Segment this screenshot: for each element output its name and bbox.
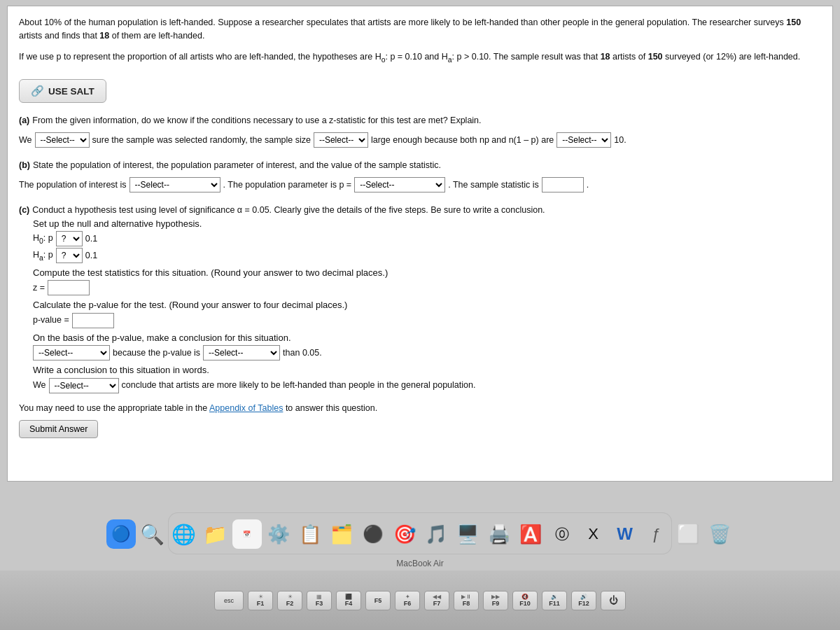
intro-paragraph2: If we use p to represent the proportion …: [19, 50, 821, 66]
section-a-label: (a): [19, 113, 29, 129]
keyboard: esc ☀ F1 ☀ F2 ▦ F3 ⬛ F4 F5 ✦ F6 ◀◀ F7: [0, 570, 840, 630]
appendix-text2: to answer this question.: [286, 403, 377, 413]
section-a: (a) From the given information, do we kn…: [19, 113, 821, 148]
z-input[interactable]: [48, 280, 90, 295]
dock-item-app6[interactable]: 🎵: [421, 519, 451, 549]
section-b: (b) State the population of interest, th…: [19, 158, 821, 192]
dock-item-search[interactable]: 🔍: [138, 519, 167, 549]
section-b-label: (b): [19, 158, 30, 174]
conclusion-section: On the basis of the p-value, make a conc…: [33, 332, 821, 361]
key-f3[interactable]: ▦ F3: [307, 591, 332, 610]
ha-operator-select[interactable]: ? = > < ≥ ≤: [56, 248, 83, 263]
section-b-question: (b) State the population of interest, th…: [19, 158, 821, 174]
dock-item-chrome[interactable]: 🌐: [169, 519, 199, 549]
dock-item-app10[interactable]: ⓪: [547, 519, 577, 549]
dock-item-app7[interactable]: 🖥️: [453, 519, 482, 549]
key-f8[interactable]: ▶⏸ F8: [454, 591, 479, 610]
dock-item-folder[interactable]: 📁: [201, 519, 230, 549]
section-a-question: (a) From the given information, do we kn…: [19, 113, 821, 129]
dock-item-app11[interactable]: X: [579, 519, 608, 549]
write-conclusion-section: Write a conclusion to this situation in …: [33, 365, 821, 393]
section-a-row: We --Select-- can cannot sure the sample…: [19, 132, 821, 148]
dock-item-app8[interactable]: 🖨️: [484, 519, 514, 549]
conclusion-select1[interactable]: --Select-- Reject H₀ Fail to reject H₀: [33, 345, 110, 360]
h0-label: H0: p: [33, 233, 53, 245]
dock-item-app3[interactable]: 🗂️: [327, 519, 356, 549]
compute-label: Compute the test statistics for this sit…: [33, 267, 821, 278]
section-a-text4: 10.: [614, 132, 626, 148]
compute-section: Compute the test statistics for this sit…: [33, 267, 821, 296]
section-b-sample-input[interactable]: [542, 177, 584, 192]
key-f9[interactable]: ▶▶ F9: [483, 591, 508, 610]
section-b-select1[interactable]: --Select-- all artists all left-handed p…: [130, 177, 220, 192]
section-b-text2: . The population parameter is p =: [223, 177, 352, 193]
key-f7[interactable]: ◀◀ F7: [424, 591, 449, 610]
dock-item-notes[interactable]: 📋: [295, 519, 325, 549]
section-a-select1[interactable]: --Select-- can cannot: [35, 132, 90, 148]
write-text2: conclude that artists are more likely to…: [122, 377, 476, 393]
key-f5[interactable]: F5: [365, 591, 391, 610]
submit-button[interactable]: Submit Answer: [19, 420, 98, 438]
dock-item-app12[interactable]: ⬜: [673, 519, 703, 549]
section-c: (c) Conduct a hypothesis test using leve…: [19, 202, 821, 393]
h0-value: 0.1: [85, 234, 97, 244]
main-content: About 10% of the human population is lef…: [7, 6, 833, 482]
section-c-question: (c) Conduct a hypothesis test using leve…: [19, 202, 821, 218]
h0-operator-select[interactable]: ? = > < ≥ ≤: [56, 231, 83, 246]
dock-item-app5[interactable]: 🎯: [390, 519, 419, 549]
use-salt-button[interactable]: 🔗 USE SALT: [19, 79, 106, 103]
z-row: z =: [33, 280, 821, 296]
dock-item-f[interactable]: ƒ: [642, 519, 671, 549]
section-a-text3: large enough because both np and n(1 – p…: [371, 132, 554, 148]
section-a-select2[interactable]: --Select-- is is not: [314, 132, 368, 148]
section-c-question-text: Conduct a hypothesis test using level of…: [32, 202, 545, 218]
macbook-label: MacBook Air: [396, 559, 443, 568]
dock-item-word[interactable]: W: [610, 519, 640, 549]
pvalue-row: p-value =: [33, 312, 821, 328]
pvalue-text: p-value =: [33, 312, 69, 328]
hypothesis-section: Set up the null and alternative hypothes…: [33, 218, 821, 393]
dock-item-trash[interactable]: 🗑️: [705, 519, 734, 549]
h0-row: H0: p ? = > < ≥ ≤ 0.1: [33, 231, 821, 246]
highlight-150: 150: [786, 18, 801, 27]
conclusion-row: --Select-- Reject H₀ Fail to reject H₀ b…: [33, 345, 821, 361]
key-power[interactable]: ⏻: [601, 591, 626, 610]
section-a-text2: sure the sample was selected randomly, t…: [92, 132, 311, 148]
conclusion-text2: than 0.05.: [283, 345, 322, 361]
key-esc[interactable]: esc: [214, 591, 244, 610]
dock-item-calendar[interactable]: 📅: [232, 519, 262, 549]
key-f6[interactable]: ✦ F6: [395, 591, 420, 610]
section-b-select2[interactable]: --Select-- 0.10 0.12 0.18: [354, 177, 445, 192]
key-f4[interactable]: ⬛ F4: [336, 591, 361, 610]
dock-item-app1[interactable]: ⚙️: [264, 519, 293, 549]
dock-item-finder[interactable]: 🔵: [106, 519, 136, 549]
dock-item-app4[interactable]: ⚫: [358, 519, 388, 549]
pvalue-input[interactable]: [72, 313, 114, 328]
conclusion-select2[interactable]: --Select-- less than greater than: [203, 345, 280, 360]
section-b-row: The population of interest is --Select--…: [19, 177, 821, 193]
ha-row: Ha: p ? = > < ≥ ≤ 0.1: [33, 248, 821, 263]
esc-label: esc: [224, 597, 234, 604]
intro-paragraph1: About 10% of the human population is lef…: [19, 16, 821, 43]
appendix-text1: You may need to use the appropriate tabl…: [19, 403, 207, 413]
key-f11[interactable]: 🔉 F11: [542, 591, 567, 610]
section-b-text1: The population of interest is: [19, 177, 127, 193]
section-a-select3[interactable]: --Select-- ≥ 10 < 10: [556, 132, 611, 148]
write-select[interactable]: --Select-- do do not: [49, 378, 119, 393]
appendix-link[interactable]: Appendix of Tables: [209, 403, 283, 413]
keyboard-top-row: esc ☀ F1 ☀ F2 ▦ F3 ⬛ F4 F5 ✦ F6 ◀◀ F7: [214, 591, 626, 610]
key-f10[interactable]: 🔇 F10: [512, 591, 538, 610]
conclusion-label: On the basis of the p-value, make a conc…: [33, 332, 821, 343]
section-b-text3: . The sample statistic is: [448, 177, 539, 193]
section-a-question-text: From the given information, do we know i…: [32, 113, 481, 129]
write-text1: We: [33, 377, 46, 393]
dock-item-app9[interactable]: 🅰️: [516, 519, 545, 549]
conclusion-text1: because the p-value is: [113, 345, 200, 361]
null-alt-label: Set up the null and alternative hypothes…: [33, 218, 821, 229]
key-f1[interactable]: ☀ F1: [248, 591, 273, 610]
ha-value: 0.1: [85, 251, 97, 260]
section-c-label: (c): [19, 202, 29, 218]
pvalue-section: Calculate the p-value for the test. (Rou…: [33, 300, 821, 328]
key-f2[interactable]: ☀ F2: [277, 591, 302, 610]
key-f12[interactable]: 🔊 F12: [571, 591, 596, 610]
